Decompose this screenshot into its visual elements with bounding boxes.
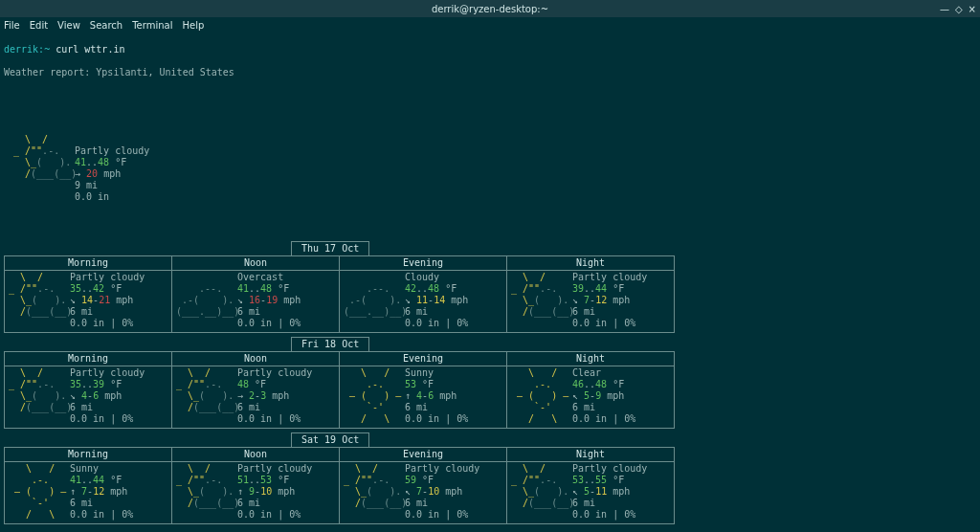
daypart-header: Evening xyxy=(340,352,507,366)
cell-visibility: 6 mi xyxy=(237,306,260,317)
cell-condition: Partly cloudy xyxy=(572,272,647,282)
current-weather: \ / _ /"".-. \_( ). /(___(__) Partly clo… xyxy=(4,134,976,203)
menu-file[interactable]: File xyxy=(4,20,20,31)
forecast-day: Fri 18 OctMorningNoonEveningNight \ / _ … xyxy=(4,337,976,429)
cell-precip: 0.0 in | 0% xyxy=(70,318,133,328)
cell-visibility: 6 mi xyxy=(237,498,260,508)
daypart-header: Evening xyxy=(340,448,507,462)
current-wind: 20 xyxy=(86,168,98,179)
cell-precip: 0.0 in | 0% xyxy=(237,318,301,328)
forecast-table: MorningNoonEveningNight \ / _ /"".-. \_(… xyxy=(4,351,675,429)
current-visibility: 9 mi xyxy=(75,180,98,190)
cell-condition: Sunny xyxy=(70,463,99,474)
prompt-user: derrik:~ xyxy=(4,44,50,55)
forecast-table: MorningNoonEveningNight \ / _ /"".-. \_(… xyxy=(4,255,675,333)
cell-precip: 0.0 in | 0% xyxy=(405,413,468,424)
cell-precip: 0.0 in | 0% xyxy=(572,413,635,424)
forecast-table: MorningNoonEveningNight \ / .-. ― ( ) ― … xyxy=(4,447,675,524)
clear-icon: \ / .-. ― ( ) ― `-' / \ xyxy=(511,367,567,425)
maximize-icon[interactable]: ◇ xyxy=(955,4,963,14)
daypart-header: Evening xyxy=(340,256,507,271)
forecast-day: Thu 17 OctMorningNoonEveningNight \ / _ … xyxy=(4,241,976,333)
daypart-header: Noon xyxy=(172,448,340,462)
cell-visibility: 6 mi xyxy=(237,402,260,412)
cell-visibility: 6 mi xyxy=(572,306,595,317)
forecast-cell: \ / _ /"".-. \_( ). /(___(__)Partly clou… xyxy=(172,462,340,524)
menubar: File Edit View Search Terminal Help xyxy=(0,17,980,33)
report-location: Weather report: Ypsilanti, United States xyxy=(4,67,976,78)
partly-cloudy-icon: \ / _ /"".-. \_( ). /(___(__) xyxy=(344,463,399,521)
partly-cloudy-icon: \ / _ /"".-. \_( ). /(___(__) xyxy=(9,272,64,329)
forecast-cell: .--. .-( ). (___.__)__)Overcast 41..48 °… xyxy=(172,271,340,333)
menu-help[interactable]: Help xyxy=(182,20,204,31)
cell-precip: 0.0 in | 0% xyxy=(237,509,301,520)
sunny-icon: \ / .-. ― ( ) ― `-' / \ xyxy=(344,367,399,425)
cell-condition: Cloudy xyxy=(405,272,439,282)
cell-precip: 0.0 in | 0% xyxy=(572,318,635,328)
daypart-header: Morning xyxy=(5,352,172,366)
daypart-header: Noon xyxy=(172,256,340,271)
cell-condition: Partly cloudy xyxy=(237,463,312,474)
daypart-header: Night xyxy=(507,352,675,366)
cell-visibility: 6 mi xyxy=(70,498,93,508)
forecast-cell: \ / _ /"".-. \_( ). /(___(__)Partly clou… xyxy=(507,271,675,333)
cell-visibility: 6 mi xyxy=(572,402,595,412)
forecast-cell: .--. .-( ). (___.__)__)Cloudy 42..48 °F … xyxy=(340,271,507,333)
cell-precip: 0.0 in | 0% xyxy=(405,509,468,520)
cell-condition: Partly cloudy xyxy=(70,367,145,378)
forecast-date: Thu 17 Oct xyxy=(291,241,369,256)
menu-view[interactable]: View xyxy=(57,20,80,31)
forecast-cell: \ / _ /"".-. \_( ). /(___(__)Partly clou… xyxy=(5,366,172,429)
forecast-cell: \ / _ /"".-. \_( ). /(___(__)Partly clou… xyxy=(5,271,172,333)
sunny-icon: \ / .-. ― ( ) ― `-' / \ xyxy=(9,463,64,521)
overcast-icon: .--. .-( ). (___.__)__) xyxy=(176,272,232,329)
cell-precip: 0.0 in | 0% xyxy=(237,413,301,424)
cell-precip: 0.0 in | 0% xyxy=(405,318,468,328)
forecast-cell: \ / _ /"".-. \_( ). /(___(__)Partly clou… xyxy=(507,462,675,524)
forecast-date: Fri 18 Oct xyxy=(291,337,369,352)
cell-visibility: 6 mi xyxy=(70,402,93,412)
daypart-header: Noon xyxy=(172,352,340,366)
window-title: derrik@ryzen-desktop:~ xyxy=(432,4,548,14)
forecast-cell: \ / .-. ― ( ) ― `-' / \Sunny 53 °F ↑ 4-6… xyxy=(340,366,507,429)
partly-cloudy-icon: \ / _ /"".-. \_( ). /(___(__) xyxy=(511,463,567,521)
daypart-header: Morning xyxy=(5,448,172,462)
cell-visibility: 6 mi xyxy=(572,498,595,508)
forecast-cell: \ / .-. ― ( ) ― `-' / \Clear 46..48 °F ↖… xyxy=(507,366,675,429)
cell-condition: Sunny xyxy=(405,367,434,378)
current-temp-hi: 48 xyxy=(98,157,109,167)
cell-visibility: 6 mi xyxy=(405,402,428,412)
partly-cloudy-icon: \ / _ /"".-. \_( ). /(___(__) xyxy=(13,134,69,203)
cell-condition: Partly cloudy xyxy=(405,463,479,474)
cell-precip: 0.0 in | 0% xyxy=(70,413,133,424)
daypart-header: Night xyxy=(507,256,675,271)
cloudy-icon: .--. .-( ). (___.__)__) xyxy=(344,272,399,329)
menu-search[interactable]: Search xyxy=(90,20,122,31)
window-titlebar: derrik@ryzen-desktop:~ — ◇ × xyxy=(0,0,980,17)
daypart-header: Night xyxy=(507,448,675,462)
menu-edit[interactable]: Edit xyxy=(30,20,48,31)
daypart-header: Morning xyxy=(5,256,172,271)
forecast-day: Sat 19 OctMorningNoonEveningNight \ / .-… xyxy=(4,432,976,524)
cell-condition: Partly cloudy xyxy=(237,367,312,378)
cell-condition: Partly cloudy xyxy=(70,272,145,282)
cell-condition: Partly cloudy xyxy=(572,463,647,474)
cell-visibility: 6 mi xyxy=(405,498,428,508)
partly-cloudy-icon: \ / _ /"".-. \_( ). /(___(__) xyxy=(176,463,232,521)
minimize-icon[interactable]: — xyxy=(940,4,949,14)
cell-visibility: 6 mi xyxy=(405,306,428,317)
forecast-cell: \ / _ /"".-. \_( ). /(___(__)Partly clou… xyxy=(172,366,340,429)
menu-terminal[interactable]: Terminal xyxy=(132,20,172,31)
forecast-cell: \ / _ /"".-. \_( ). /(___(__)Partly clou… xyxy=(340,462,507,524)
terminal[interactable]: derrik:~ curl wttr.in Weather report: Yp… xyxy=(0,33,980,532)
current-precip: 0.0 in xyxy=(75,191,109,202)
cell-visibility: 6 mi xyxy=(70,306,93,317)
forecast-date: Sat 19 Oct xyxy=(291,432,369,448)
current-condition: Partly cloudy xyxy=(75,145,149,156)
prompt-command: curl wttr.in xyxy=(50,44,124,55)
cell-condition: Overcast xyxy=(237,272,283,282)
partly-cloudy-icon: \ / _ /"".-. \_( ). /(___(__) xyxy=(176,367,232,425)
close-icon[interactable]: × xyxy=(969,4,976,14)
cell-precip: 0.0 in | 0% xyxy=(70,509,133,520)
partly-cloudy-icon: \ / _ /"".-. \_( ). /(___(__) xyxy=(9,367,64,425)
